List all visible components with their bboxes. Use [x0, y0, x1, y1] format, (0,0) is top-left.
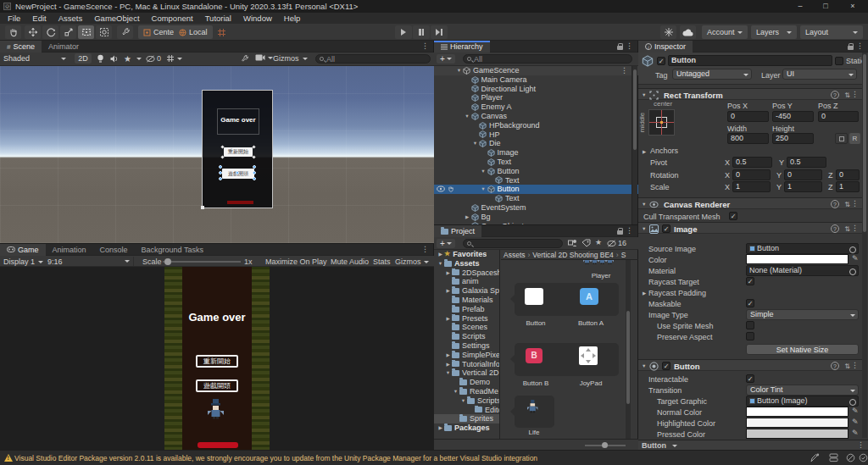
scrollbar-thumb[interactable]	[863, 54, 866, 232]
minimize-button[interactable]: –	[791, 0, 810, 12]
menu-edit[interactable]: Edit	[26, 14, 52, 23]
maskable-checkbox[interactable]: ✓	[746, 299, 754, 307]
gameobject-cube-icon[interactable]	[642, 55, 654, 69]
project-folder-demo[interactable]: Demo	[434, 378, 499, 387]
project-folder-editor[interactable]: Editor	[434, 406, 499, 415]
use-sprite-mesh-checkbox[interactable]	[746, 321, 754, 329]
tree-down-arrow-icon[interactable]: ▼	[480, 167, 487, 176]
hierarchy-item-hp[interactable]: HP	[434, 130, 638, 140]
tree-right-arrow-icon[interactable]: ▶	[437, 250, 444, 259]
eyedropper-icon[interactable]: ✎	[852, 418, 858, 427]
normal-color-swatch[interactable]	[746, 407, 849, 417]
asset-thumbnail-button[interactable]	[525, 288, 543, 307]
tree-down-arrow-icon[interactable]: ▼	[437, 259, 444, 268]
transform-tool-icon[interactable]	[96, 25, 112, 39]
scene-gizmos-dropdown[interactable]: Gizmos	[273, 54, 308, 63]
game-viewport[interactable]: Game over 重新開始 遊戲開頭	[0, 267, 434, 451]
project-folder-vertical-2d[interactable]: ▼Vertical 2D	[434, 368, 499, 378]
rotation-z-field[interactable]: 0	[836, 169, 860, 180]
preview-packages-icon[interactable]	[660, 25, 676, 39]
add-object-button[interactable]: +	[437, 54, 455, 64]
canvas-preview[interactable]: Game over 重新開始 遊戲開頭	[202, 90, 273, 208]
hierarchy-item-enemy-a[interactable]: Enemy A	[434, 102, 638, 112]
breadcrumb-item[interactable]: S	[621, 251, 626, 259]
hidden-packages-toggle[interactable]: 16	[607, 239, 626, 247]
hierarchy-item-image[interactable]: Image	[434, 148, 638, 158]
rect-transform-header[interactable]: ▼ Rect Transform ? ⇅ ⋮	[638, 88, 862, 100]
asset-thumbnail-button-b[interactable]: B	[526, 348, 542, 363]
eyedropper-icon[interactable]: ✎	[852, 429, 858, 438]
scale-x-field[interactable]: 1	[732, 181, 771, 192]
scale-slider-knob[interactable]	[164, 258, 171, 265]
display-dropdown[interactable]: Display 1	[3, 257, 43, 266]
scale-y-field[interactable]: 1	[784, 181, 822, 192]
pause-button[interactable]	[413, 25, 430, 39]
help-icon[interactable]: ?	[831, 362, 839, 370]
scene-visibility-toggle[interactable]: 0	[146, 54, 161, 63]
help-icon[interactable]: ?	[831, 224, 839, 233]
auto-light-icon[interactable]	[810, 453, 820, 462]
component-enabled-checkbox[interactable]: ✓	[662, 224, 670, 233]
breadcrumb-item[interactable]: Assets	[504, 251, 526, 259]
anchor-preset-widget[interactable]	[648, 109, 675, 136]
tree-down-arrow-icon[interactable]: ▼	[471, 139, 479, 148]
pan-tool-icon[interactable]	[5, 25, 21, 39]
layers-dropdown[interactable]: Layers	[751, 25, 797, 39]
hierarchy-item-main-camera[interactable]: Main Camera	[434, 75, 638, 85]
game-start-button[interactable]: 遊戲開頭	[196, 379, 238, 392]
hierarchy-item-button[interactable]: ▼Button	[434, 167, 638, 176]
pos-x-field[interactable]: 0	[727, 111, 769, 122]
rect-handle-icon[interactable]	[253, 165, 256, 169]
pivot-y-field[interactable]: 0.5	[787, 157, 826, 168]
hierarchy-item-die[interactable]: ▼Die	[434, 139, 638, 148]
menu-assets[interactable]: Assets	[53, 14, 89, 23]
source-image-field[interactable]: Button	[746, 243, 859, 254]
rect-handle-icon[interactable]	[253, 171, 256, 174]
pos-y-field[interactable]: -450	[772, 111, 814, 122]
account-dropdown[interactable]: Account	[702, 25, 748, 39]
tab-animation[interactable]: Animation	[46, 244, 93, 256]
hierarchy-item-player[interactable]: Player	[434, 93, 638, 102]
project-folder-tutorialinfo[interactable]: ▶TutorialInfo	[434, 360, 499, 369]
preview-bar[interactable]: Button ⋮	[638, 440, 868, 450]
scene-search-input[interactable]: All	[315, 54, 431, 64]
grid-visibility-dropdown[interactable]	[166, 54, 182, 63]
eye-icon[interactable]	[437, 185, 445, 192]
hierarchy-item-text[interactable]: Text	[434, 176, 638, 185]
tab-console[interactable]: Console	[93, 244, 135, 256]
highlighted-color-swatch[interactable]	[746, 418, 849, 428]
component-menu-icon[interactable]: ⋮	[851, 90, 859, 98]
pivot-handle-icon[interactable]	[236, 171, 239, 174]
static-checkbox[interactable]	[835, 57, 843, 65]
asset-thumbnail-button-a[interactable]: A	[580, 288, 598, 305]
presets-icon[interactable]: ⇅	[844, 91, 849, 99]
hierarchy-item-button[interactable]: ▼Button	[434, 185, 638, 194]
project-folder-scripts[interactable]: ▼Scripts	[434, 396, 499, 406]
scene-row-menu-icon[interactable]: ⋮	[620, 66, 628, 75]
interactable-checkbox[interactable]: ✓	[746, 374, 754, 383]
foldout-icon[interactable]: ▶	[643, 291, 646, 296]
presets-icon[interactable]: ⇅	[844, 363, 849, 370]
image-type-dropdown[interactable]: Simple	[746, 309, 859, 320]
width-field[interactable]: 800	[727, 133, 769, 144]
target-graphic-field[interactable]: Button (Image)	[746, 396, 859, 407]
pos-z-field[interactable]: 0	[818, 111, 859, 122]
scene-menu-icon[interactable]: ⋮	[421, 42, 429, 50]
project-folder-anim[interactable]: anim	[434, 277, 499, 286]
rotation-y-field[interactable]: 0	[784, 169, 822, 180]
hierarchy-item-directional-light[interactable]: Directional Light	[434, 85, 638, 94]
component-enabled-checkbox[interactable]: ✓	[662, 362, 670, 370]
material-field[interactable]: None (Material)	[746, 265, 859, 276]
inspector-menu-icon[interactable]: ⋮	[856, 42, 864, 50]
move-tool-icon[interactable]	[25, 25, 41, 39]
preserve-aspect-checkbox[interactable]	[746, 332, 754, 340]
raycast-target-checkbox[interactable]: ✓	[746, 277, 754, 285]
project-menu-icon[interactable]: ⋮	[626, 226, 633, 235]
maximize-button[interactable]: □	[816, 0, 835, 12]
lock-icon[interactable]	[617, 230, 623, 235]
tab-project[interactable]: Project	[434, 225, 481, 237]
rotation-x-field[interactable]: 0	[732, 169, 771, 180]
close-button[interactable]: ×	[843, 0, 862, 12]
project-folder-readme[interactable]: ▼ReadMe	[434, 387, 499, 396]
layout-dropdown[interactable]: Layout	[800, 25, 863, 39]
